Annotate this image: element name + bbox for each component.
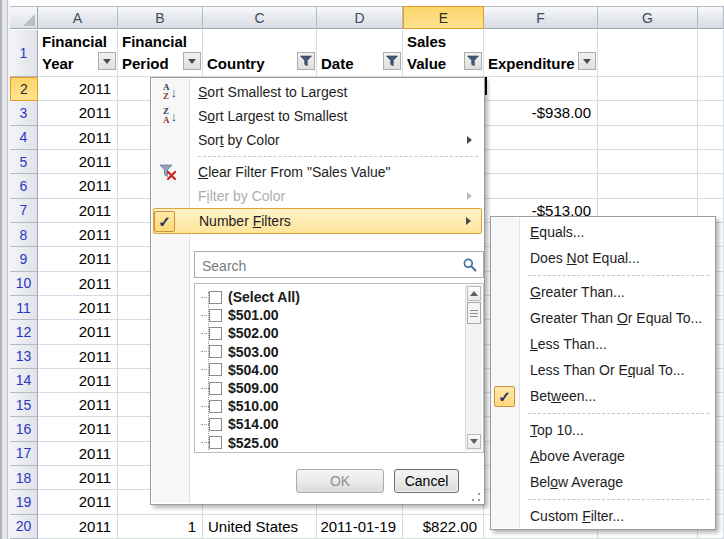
value-checkbox[interactable]: [209, 382, 222, 395]
grid-cell[interactable]: [598, 77, 698, 101]
menu-item-sort-by-color[interactable]: Sort by Color: [153, 128, 482, 152]
filter-button-sales-value[interactable]: [464, 52, 482, 70]
row-header-2[interactable]: 2: [10, 77, 38, 101]
cell-C20[interactable]: United States: [203, 515, 317, 539]
row-header-15[interactable]: 15: [10, 393, 38, 417]
grid-cell[interactable]: [598, 174, 698, 198]
menu-item-greater-than-or-equal-to[interactable]: Greater Than Or Equal To...: [493, 305, 713, 331]
cell-A19[interactable]: 2011: [38, 490, 118, 514]
value-checkbox[interactable]: [209, 363, 222, 376]
menu-item-custom-filter[interactable]: Custom Filter...: [493, 503, 713, 529]
row-header-3[interactable]: 3: [10, 101, 38, 125]
column-header-c[interactable]: C: [203, 6, 317, 29]
menu-item-greater-than[interactable]: Greater Than...: [493, 279, 713, 305]
row-header-12[interactable]: 12: [10, 320, 38, 344]
value-list-item-509-00[interactable]: $509.00: [201, 379, 279, 397]
row-header-20[interactable]: 20: [10, 515, 38, 539]
column-header-f[interactable]: F: [484, 6, 598, 29]
row-header-13[interactable]: 13: [10, 345, 38, 369]
menu-item-below-average[interactable]: Below Average: [493, 469, 713, 495]
value-list-item-501-00[interactable]: $501.00: [201, 306, 279, 324]
menu-item-less-than[interactable]: Less Than...: [493, 331, 713, 357]
cell-A2[interactable]: 2011: [38, 77, 118, 101]
row-header-14[interactable]: 14: [10, 369, 38, 393]
cell-A13[interactable]: 2011: [38, 345, 118, 369]
menu-item-between[interactable]: Between...: [493, 383, 713, 409]
row-header-9[interactable]: 9: [10, 247, 38, 271]
grid-cell[interactable]: [484, 174, 598, 198]
cell-A17[interactable]: 2011: [38, 442, 118, 466]
column-header-d[interactable]: D: [317, 6, 403, 29]
ok-button[interactable]: OK: [296, 469, 384, 493]
filter-button-financial-year[interactable]: [98, 52, 116, 70]
scroll-up-button[interactable]: [467, 286, 481, 301]
cell-F3[interactable]: -$938.00: [484, 101, 598, 125]
cell-A3[interactable]: 2011: [38, 101, 118, 125]
menu-item-number-filters[interactable]: Number Filters: [153, 208, 482, 234]
filter-value-list[interactable]: (Select All)$501.00$502.00$503.00$504.00…: [194, 283, 484, 453]
menu-item-equals[interactable]: Equals...: [493, 219, 713, 245]
menu-item-does-not-equal[interactable]: Does Not Equal...: [493, 245, 713, 271]
menu-item-sort-largest-to-smallest[interactable]: Sort Largest to Smallest: [153, 104, 482, 128]
row-header-10[interactable]: 10: [10, 272, 38, 296]
filter-button-country[interactable]: [297, 52, 315, 70]
value-list-item-partial[interactable]: [201, 452, 228, 453]
cell-A10[interactable]: 2011: [38, 272, 118, 296]
row-header-7[interactable]: 7: [10, 199, 38, 223]
row-header-1[interactable]: 1: [10, 30, 38, 77]
cancel-button[interactable]: Cancel: [394, 469, 459, 493]
scroll-down-button[interactable]: [467, 434, 481, 449]
grid-cell[interactable]: [698, 101, 724, 125]
filter-button-financial-period[interactable]: [183, 52, 201, 70]
column-header-b[interactable]: B: [118, 6, 203, 29]
resize-grip[interactable]: [471, 492, 481, 502]
row-header-5[interactable]: 5: [10, 150, 38, 174]
cell-A15[interactable]: 2011: [38, 393, 118, 417]
cell-A8[interactable]: 2011: [38, 223, 118, 247]
search-icon[interactable]: [463, 258, 477, 272]
filter-button-date[interactable]: [383, 52, 401, 70]
grid-cell[interactable]: [484, 77, 598, 101]
menu-item-less-than-or-equal-to[interactable]: Less Than Or Equal To...: [493, 357, 713, 383]
filter-button-expenditure[interactable]: [578, 52, 596, 70]
column-header-g[interactable]: G: [598, 6, 698, 29]
menu-item-top-10[interactable]: Top 10...: [493, 417, 713, 443]
row-header-8[interactable]: 8: [10, 223, 38, 247]
grid-cell[interactable]: [598, 126, 698, 150]
value-checkbox[interactable]: [209, 309, 222, 322]
menu-item-above-average[interactable]: Above Average: [493, 443, 713, 469]
scroll-thumb[interactable]: [467, 302, 481, 324]
search-box[interactable]: [194, 251, 484, 278]
value-checkbox[interactable]: [209, 436, 222, 449]
row-header-4[interactable]: 4: [10, 126, 38, 150]
search-input[interactable]: [200, 255, 454, 276]
row-header-18[interactable]: 18: [10, 466, 38, 490]
grid-cell[interactable]: [484, 150, 598, 174]
row-header-16[interactable]: 16: [10, 417, 38, 441]
menu-item-sort-smallest-to-largest[interactable]: Sort Smallest to Largest: [153, 80, 482, 104]
grid-cell[interactable]: [598, 101, 698, 125]
cell-A11[interactable]: 2011: [38, 296, 118, 320]
column-header-a[interactable]: A: [38, 6, 118, 29]
menu-item-filter-by-color[interactable]: Filter by Color: [153, 184, 482, 208]
cell-A6[interactable]: 2011: [38, 174, 118, 198]
grid-cell[interactable]: [598, 30, 698, 77]
select-all-corner[interactable]: [10, 6, 38, 29]
cell-D20[interactable]: 2011-01-19: [317, 515, 403, 539]
cell-A4[interactable]: 2011: [38, 126, 118, 150]
value-list-item-select-all[interactable]: (Select All): [201, 288, 300, 306]
grid-cell[interactable]: [484, 126, 598, 150]
value-checkbox[interactable]: [209, 327, 222, 340]
grid-cell[interactable]: [598, 150, 698, 174]
value-list-item-525-00[interactable]: $525.00: [201, 434, 279, 452]
menu-item-clear-filter-from-sales-value[interactable]: Clear Filter From "Sales Value": [153, 160, 482, 184]
grid-cell[interactable]: [698, 150, 724, 174]
cell-B20[interactable]: 1: [118, 515, 203, 539]
value-checkbox[interactable]: [209, 291, 222, 304]
cell-A9[interactable]: 2011: [38, 247, 118, 271]
value-list-item-502-00[interactable]: $502.00: [201, 324, 279, 342]
row-header-17[interactable]: 17: [10, 442, 38, 466]
cell-A20[interactable]: 2011: [38, 515, 118, 539]
cell-A5[interactable]: 2011: [38, 150, 118, 174]
row-header-6[interactable]: 6: [10, 174, 38, 198]
